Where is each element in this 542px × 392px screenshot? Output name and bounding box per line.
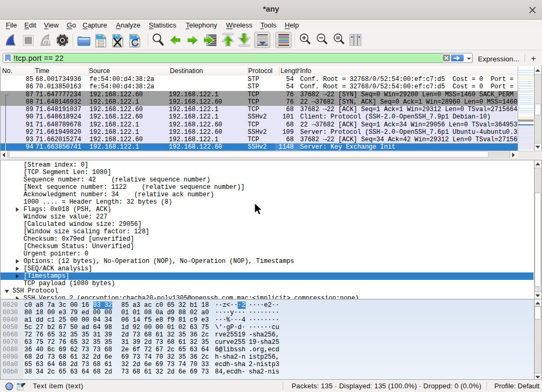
- svg-text:011: 011: [18, 389, 21, 390]
- svg-text:0111: 0111: [98, 45, 104, 48]
